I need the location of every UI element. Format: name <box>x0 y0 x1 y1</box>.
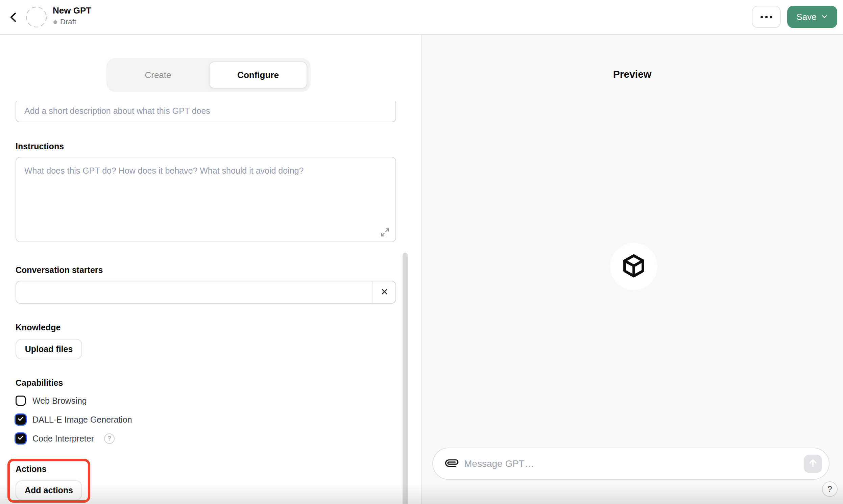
paperclip-icon <box>445 457 458 471</box>
capability-label: Code Interpreter <box>32 434 94 444</box>
capability-row-code-interpreter: Code Interpreter ? <box>16 433 115 444</box>
capability-row-web-browsing: Web Browsing <box>16 395 87 407</box>
check-icon <box>17 434 24 443</box>
check-icon <box>17 415 24 424</box>
dashed-circle-icon <box>26 23 47 29</box>
status-badge: Draft <box>60 18 76 26</box>
chevron-down-icon <box>821 13 828 21</box>
checkbox-dalle[interactable] <box>16 414 26 425</box>
remove-starter-button[interactable] <box>373 282 396 303</box>
panel-divider <box>421 35 421 504</box>
ellipsis-icon <box>760 16 763 18</box>
save-button[interactable]: Save <box>787 6 837 28</box>
conversation-starters-label: Conversation starters <box>16 265 103 275</box>
send-message-button[interactable] <box>804 455 822 473</box>
instructions-label: Instructions <box>16 142 64 151</box>
status-dot <box>53 20 57 24</box>
capability-label: DALL·E Image Generation <box>32 415 132 425</box>
message-composer <box>432 448 829 480</box>
configure-panel: Create Configure Instructions Conversati… <box>0 35 421 504</box>
attach-file-button[interactable] <box>444 456 459 471</box>
header: New GPT Draft Save <box>0 0 843 35</box>
instructions-textarea[interactable] <box>16 157 396 242</box>
help-button[interactable]: ? <box>822 481 838 497</box>
checkbox-code-interpreter[interactable] <box>16 433 26 444</box>
scrollbar-thumb[interactable] <box>403 253 408 504</box>
title-block: New GPT Draft <box>53 5 91 26</box>
code-interpreter-help-icon[interactable]: ? <box>104 433 115 444</box>
tab-configure[interactable]: Configure <box>209 61 307 89</box>
expand-diagonal-icon <box>380 228 390 238</box>
capabilities-label: Capabilities <box>16 378 63 388</box>
conversation-starter-input[interactable] <box>16 282 372 303</box>
add-actions-button[interactable]: Add actions <box>16 480 82 500</box>
capability-label: Web Browsing <box>32 396 87 406</box>
tab-create[interactable]: Create <box>106 58 210 92</box>
x-icon <box>380 287 389 297</box>
builder-tabs: Create Configure <box>106 58 311 92</box>
conversation-starter-row <box>16 281 396 304</box>
upload-files-button[interactable]: Upload files <box>16 339 82 359</box>
capability-row-dalle: DALL·E Image Generation <box>16 414 132 425</box>
arrow-up-icon <box>808 458 818 470</box>
knowledge-label: Knowledge <box>16 323 60 332</box>
page-title: New GPT <box>53 5 91 16</box>
preview-title: Preview <box>421 69 843 80</box>
preview-gpt-avatar <box>610 243 657 290</box>
actions-label: Actions <box>16 464 47 474</box>
preview-panel: Preview ? <box>421 35 843 504</box>
description-input[interactable] <box>16 101 396 122</box>
status-row: Draft <box>53 18 91 26</box>
message-input[interactable] <box>464 458 804 469</box>
save-button-label: Save <box>796 12 816 22</box>
checkbox-web-browsing[interactable] <box>16 396 26 406</box>
cube-icon <box>620 253 647 281</box>
expand-textarea-button[interactable] <box>379 227 391 238</box>
form-scroll-area: Instructions Conversation starters Knowl… <box>0 101 421 504</box>
chevron-left-icon <box>7 11 20 25</box>
more-options-button[interactable] <box>752 6 781 28</box>
back-button[interactable] <box>6 10 21 26</box>
gpt-avatar-placeholder[interactable] <box>26 6 47 28</box>
